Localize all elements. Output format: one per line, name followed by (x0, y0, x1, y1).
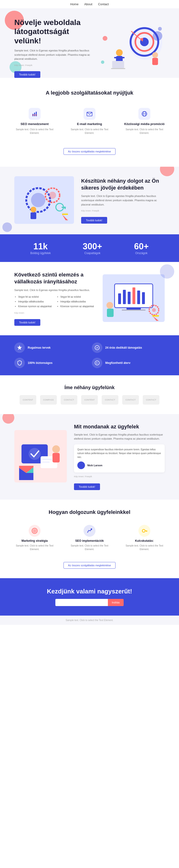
svg-point-48 (152, 308, 156, 312)
author-name: Nick Larson (87, 464, 102, 467)
feature-price-text: Megfizethető áterv (105, 361, 130, 365)
stat-clients: 11k Boldog ügyfelek (30, 242, 51, 255)
nextlevel-illustration (103, 274, 165, 322)
feature-support: 24 órás dedikált támogatás (92, 342, 165, 353)
svg-rect-52 (107, 309, 113, 317)
svg-rect-63 (52, 453, 60, 462)
nextlevel-cta-button[interactable]: Tovább tudok! (14, 319, 40, 326)
hero-section: Növelje weboldala látogatottságát velünk… (0, 8, 179, 78)
cta-submit-button[interactable]: Indítás (108, 599, 123, 606)
testimonial-section: Mit mondanak az ügyfelek Sample text. Cl… (0, 414, 179, 500)
hero-left: Növelje weboldala látogatottságát velünk… (14, 18, 98, 78)
cta-heading: Kezdjünk valami nagyszerűt! (14, 588, 165, 595)
nextlevel-blob (160, 264, 174, 279)
client-logos: CONTENT COMPASS CONTACT CONTENT CONTACT … (9, 395, 170, 405)
services-cta-button[interactable]: Az összes szolgáltatás megtekintése (63, 148, 116, 155)
svg-rect-18 (34, 113, 35, 116)
testimonial-cta-button[interactable]: Tovább tudok! (74, 484, 100, 490)
howwork-card-key: Kulcskutatás: Sample text. Click to sele… (119, 523, 170, 553)
stat-countries: 60+ Országok (134, 242, 149, 255)
svg-rect-11 (152, 58, 158, 65)
howwork-cards: Marketing stratégia Sample text. Click t… (9, 523, 170, 553)
list-item: Vegye fel az eckést (60, 294, 94, 299)
price-icon: $ (92, 358, 102, 368)
feature-support-title: 24 órás dedikált támogatás (105, 346, 142, 349)
stat-countries-label: Országok (134, 251, 149, 255)
hero-cta-button[interactable]: Tovább tudok! (14, 71, 40, 78)
flexible-icon (14, 342, 25, 353)
feature-flexible-title: Rugalmas tervek (28, 346, 51, 349)
social-title: Közösségi média promóció (122, 122, 167, 126)
feature-secure: 100% biztonságos (14, 358, 87, 368)
client-logo-2: COMPASS (40, 395, 57, 405)
list-item: Integrálja vállalkozástba (18, 299, 52, 304)
hero-body: Sample text. Click to Egenas egestas fri… (14, 49, 98, 61)
nextlevel-lists: Vegye fel az eckést Integrálja vállalkoz… (14, 294, 96, 309)
cta-email-input[interactable] (55, 599, 108, 606)
svg-rect-39 (127, 308, 141, 310)
svg-rect-8 (114, 57, 118, 58)
testimonial-author: Nick Larson (77, 462, 161, 469)
feature-secure-title: 100% biztonságos (28, 361, 52, 365)
support-icon (92, 342, 102, 353)
feature-support-text: 24 órás dedikált támogatás (105, 346, 142, 349)
howwork-cta-button[interactable]: Az összes szolgáltatás megtekintése (63, 562, 116, 569)
seo-title: SEO menedzsment (12, 122, 57, 126)
seo-body: Sample text. Click to select the Text El… (12, 128, 57, 135)
key-icon (138, 525, 150, 537)
list-item: Vegye fel az eckést (18, 294, 52, 299)
svg-rect-31 (30, 212, 36, 219)
nextlevel-body: Sample text. Click to Egenas egestas fri… (14, 288, 96, 292)
stat-countries-value: 60+ (134, 242, 149, 251)
testimonial-blob (2, 414, 14, 424)
cta-input-row: Indítás (49, 599, 130, 606)
svg-rect-60 (43, 459, 52, 460)
svg-rect-12 (112, 61, 124, 68)
secure-icon (14, 358, 25, 368)
svg-rect-40 (122, 310, 146, 311)
about-cta-button[interactable]: Tovább tudok! (81, 217, 107, 224)
nav-contact[interactable]: Contact (98, 2, 109, 6)
stat-clients-label: Boldog ügyfelek (30, 251, 51, 255)
about-heading: Készítünk néhány dolgot az Ön sikeres jö… (81, 178, 165, 191)
nav-home[interactable]: Home (70, 2, 78, 6)
svg-rect-34 (65, 207, 66, 209)
nextlevel-img-caption: Kép innen: (14, 311, 96, 315)
nextlevel-left: Következő szintű elemzés a vállalkozás i… (14, 272, 96, 326)
about-section: Készítünk néhány dolgot az Ön sikeres jö… (0, 167, 179, 234)
svg-rect-42 (123, 290, 126, 304)
social-body: Sample text. Click to select the Text El… (122, 128, 167, 135)
client-logo-3: CONTACT (60, 395, 77, 405)
svg-rect-44 (132, 287, 135, 304)
marketing-icon (29, 525, 41, 537)
svg-point-70 (91, 528, 92, 530)
email-title: E-mail marketing (67, 122, 112, 126)
nextlevel-image (103, 274, 165, 323)
client-logo-6: CONTACT (122, 395, 139, 405)
list-item: Kövesse nyomon az alapjainkat (18, 304, 52, 309)
clients-section: Íme néhány ügyfelünk CONTENT COMPASS CON… (0, 375, 179, 414)
service-card-social: Közösségi média promóció Sample text. Cl… (119, 103, 170, 140)
author-avatar (77, 462, 85, 469)
about-image (14, 176, 74, 225)
svg-point-66 (20, 466, 33, 479)
svg-rect-45 (137, 290, 140, 304)
svg-rect-20 (32, 115, 37, 115)
service-card-seo: SEO menedzsment Sample text. Click to se… (9, 103, 60, 140)
clients-heading: Íme néhány ügyfelünk (9, 385, 170, 390)
testimonial-right: Mit mondanak az ügyfelek Sample text. Cl… (74, 424, 165, 490)
features-section: Rugalmas tervek 24 órás dedikált támogat… (0, 335, 179, 375)
nav-about[interactable]: About (84, 2, 92, 6)
email-body: Sample text. Click to select the Text El… (67, 128, 112, 135)
svg-point-62 (52, 445, 60, 453)
svg-rect-43 (128, 292, 131, 304)
testimonial-heading: Mit mondanak az ügyfelek (74, 424, 165, 430)
client-logo-1: CONTENT (20, 395, 36, 405)
stat-clients-value: 11k (30, 242, 51, 251)
svg-rect-9 (121, 57, 125, 58)
testimonial-quote-card: Quam lacus suspendisse faucibus interdum… (74, 444, 165, 472)
howwork-key-body: Sample text. Click to select the Text El… (122, 544, 167, 551)
howwork-seo-body: Sample text. Click to select the Text El… (67, 544, 112, 551)
hero-heading: Növelje weboldala látogatottságát velünk… (14, 18, 98, 45)
howwork-marketing-title: Marketing stratégia (12, 539, 57, 542)
